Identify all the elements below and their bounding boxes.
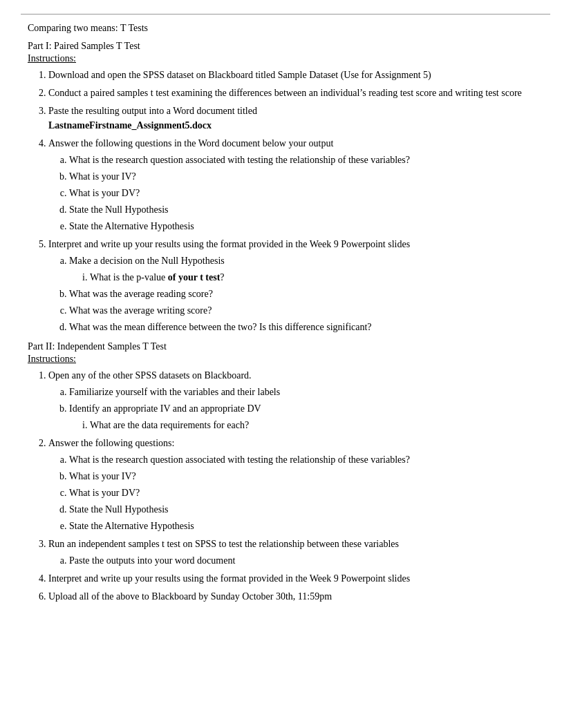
part1-item-5-subitems: Make a decision on the Null Hypothesis W… [69, 253, 543, 334]
part2-item-3: Run an independent samples t test on SPS… [48, 537, 543, 568]
main-title: Comparing two means: T Tests [28, 23, 543, 34]
document-body: Comparing two means: T Tests Part I: Pai… [21, 23, 550, 604]
part2-item-4: Interpret and write up your results usin… [48, 571, 543, 586]
part2-2b: What is your IV? [69, 469, 543, 483]
part2-1b: Identify an appropriate IV and an approp… [69, 401, 543, 432]
part2-item-2-subitems: What is the research question associated… [69, 452, 543, 533]
part2-item-3-subitems: Paste the outputs into your word documen… [69, 553, 543, 568]
part2-2c: What is your DV? [69, 486, 543, 500]
part1-item-3: Paste the resulting output into a Word d… [48, 104, 543, 133]
part2-2d: State the Null Hypothesis [69, 502, 543, 517]
instructions-label-1: Instructions: [28, 53, 543, 64]
part2-2e: State the Alternative Hypothesis [69, 519, 543, 533]
part2-1b-i: What are the data requirements for each? [90, 418, 543, 432]
part1-list: Download and open the SPSS dataset on Bl… [48, 68, 543, 334]
part1-5b: What was the average reading score? [69, 287, 543, 301]
part2-1a: Familiarize yourself with the variables … [69, 385, 543, 399]
part1-5a-roman: What is the p-value of your t test? [90, 270, 543, 285]
part1-4c: What is your DV? [69, 186, 543, 200]
top-divider [21, 14, 550, 15]
part1-5d: What was the mean difference between the… [69, 320, 543, 334]
part1-5a: Make a decision on the Null Hypothesis W… [69, 253, 543, 285]
part2-1b-roman: What are the data requirements for each? [90, 418, 543, 432]
part1-item-4: Answer the following questions in the Wo… [48, 136, 543, 233]
part2-item-1: Open any of the other SPSS datasets on B… [48, 368, 543, 432]
filename-bold: LastnameFirstname_Assignment5.docx [48, 120, 212, 131]
part2-list: Open any of the other SPSS datasets on B… [48, 368, 543, 604]
part2-title: Part II: Independent Samples T Test [28, 341, 543, 352]
part1-title: Part I: Paired Samples T Test [28, 41, 543, 52]
part1-item-2: Conduct a paired samples t test examinin… [48, 86, 543, 100]
part1-item-1: Download and open the SPSS dataset on Bl… [48, 68, 543, 82]
part2-item-1-subitems: Familiarize yourself with the variables … [69, 385, 543, 432]
part1-5c: What was the average writing score? [69, 303, 543, 318]
part2-2a: What is the research question associated… [69, 452, 543, 467]
part1-4b: What is your IV? [69, 169, 543, 184]
p-value-bold: of your t test [168, 272, 221, 282]
instructions-label-2: Instructions: [28, 354, 543, 365]
part2-3a: Paste the outputs into your word documen… [69, 553, 543, 568]
part1-item-5: Interpret and write up your results usin… [48, 237, 543, 334]
part1-4d: State the Null Hypothesis [69, 202, 543, 217]
part2-item-2: Answer the following questions: What is … [48, 436, 543, 533]
part1-item-4-subitems: What is the research question associated… [69, 153, 543, 233]
part1-4e: State the Alternative Hypothesis [69, 219, 543, 233]
part1-4a: What is the research question associated… [69, 153, 543, 167]
part1-5a-i: What is the p-value of your t test? [90, 270, 543, 285]
part2-item-6: Upload all of the above to Blackboard by… [48, 589, 543, 604]
